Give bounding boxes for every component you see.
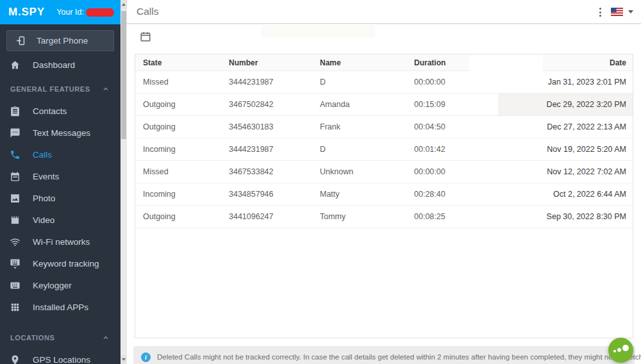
your-id-label: Your Id: — [56, 8, 84, 17]
sidebar-item-label: Events — [33, 172, 59, 181]
table-row: Missed3467533842Unknown00:00:00Nov 12, 2… — [135, 161, 633, 183]
home-icon — [10, 60, 21, 70]
keyboard-icon — [10, 280, 21, 291]
language-dropdown-caret[interactable] — [628, 10, 633, 13]
sidebar-item-events[interactable]: Events — [0, 165, 121, 187]
sidebar-item-label: Photo — [33, 194, 55, 203]
main-panel: Calls State Number Name Duration Da — [127, 0, 641, 364]
cell-state: Outgoing — [135, 206, 229, 228]
section-label: GENERAL FEATURES — [10, 85, 90, 93]
sidebar-item-label: Dashboard — [33, 60, 75, 70]
scroll-up-arrow[interactable] — [121, 0, 127, 9]
your-id: Your Id: — [56, 8, 114, 17]
cell-number: 3444231987 — [229, 138, 320, 160]
cell-number: 3441096247 — [229, 206, 320, 228]
cell-number: 3444231987 — [229, 71, 320, 93]
sidebar-item-calls[interactable]: Calls — [0, 144, 121, 165]
events-calendar-icon — [10, 171, 21, 182]
cell-state: Incoming — [135, 183, 229, 205]
cell-number: 3454630183 — [229, 116, 320, 138]
column-header-state: State — [135, 58, 229, 67]
column-header-date: Date — [498, 58, 633, 67]
sidebar-nav: DashboardGENERAL FEATURESContactsText Me… — [0, 54, 121, 364]
contacts-icon — [10, 106, 21, 117]
sidebar-item-video[interactable]: Video — [0, 209, 121, 231]
info-icon: i — [141, 352, 151, 362]
scrollbar-thumb[interactable] — [121, 11, 126, 139]
page-title: Calls — [137, 6, 158, 17]
sidebar-scrollbar[interactable] — [121, 0, 127, 364]
table-row: Outgoing3441096247Tommy00:08:25Sep 30, 2… — [135, 206, 633, 228]
cell-name: Tommy — [320, 206, 414, 228]
cell-duration: 00:04:50 — [414, 116, 498, 138]
calls-table: State Number Name Duration Date Missed34… — [135, 54, 633, 338]
cell-name: Frank — [320, 116, 414, 138]
chat-support-fab[interactable] — [608, 338, 633, 363]
sidebar-item-label: Calls — [33, 150, 52, 160]
section-header-locations[interactable]: LOCATIONS — [0, 327, 121, 349]
sidebar-item-installed-apps[interactable]: Installed APPs — [0, 296, 121, 318]
scroll-down-arrow[interactable] — [121, 355, 127, 364]
sidebar-item-wifi-networks[interactable]: Wi-Fi networks — [0, 231, 121, 252]
sidebar-item-label: Wi-Fi networks — [33, 237, 90, 247]
sidebar-item-label: Keyword tracking — [33, 259, 99, 269]
cell-date: Nov 12, 2022 7:02 AM — [498, 161, 633, 183]
message-icon — [10, 128, 21, 138]
cell-state: Outgoing — [135, 94, 229, 115]
cell-date: Nov 19, 2022 5:20 AM — [498, 138, 633, 160]
cell-number: 3434857946 — [229, 183, 320, 205]
table-row: Outgoing3454630183Frank00:04:50Dec 27, 2… — [135, 116, 633, 138]
cell-duration: 00:00:00 — [414, 161, 498, 183]
deleted-calls-notice: i Deleted Calls might not be tracked cor… — [133, 346, 635, 364]
sidebar-item-label: Keylogger — [33, 281, 72, 290]
cell-date: Sep 30, 2022 8:30 PM — [498, 206, 633, 228]
cell-name: Amanda — [320, 94, 414, 115]
sidebar: M.SPY Your Id: Target Phone DashboardGEN… — [0, 0, 121, 364]
sidebar-item-label: Installed APPs — [33, 302, 88, 312]
chevron-up-icon — [102, 334, 110, 342]
chevron-up-icon — [102, 85, 110, 93]
cell-date: Dec 27, 2022 2:13 AM — [498, 116, 633, 138]
date-filter-calendar-icon[interactable] — [140, 31, 151, 42]
cell-name: D — [320, 71, 414, 93]
table-row: Incoming3434857946Matty00:28:40Oct 2, 20… — [135, 183, 633, 206]
cell-name: D — [320, 138, 414, 160]
sidebar-item-photo[interactable]: Photo — [0, 187, 121, 209]
us-flag-icon[interactable] — [611, 8, 623, 16]
cell-number: 3467533842 — [229, 161, 320, 183]
table-row: Incoming3444231987D00:01:42Nov 19, 2022 … — [135, 138, 633, 161]
cell-duration: 00:01:42 — [414, 138, 498, 160]
keyboard-hide-icon — [10, 258, 21, 269]
cell-state: Incoming — [135, 138, 229, 160]
cell-date: Jan 31, 2023 2:01 PM — [498, 71, 633, 93]
cell-duration: 00:00:00 — [414, 71, 498, 93]
cell-date: Oct 2, 2022 6:44 AM — [498, 183, 633, 205]
section-header-general-features[interactable]: GENERAL FEATURES — [0, 78, 121, 100]
sidebar-item-label: Video — [33, 215, 54, 225]
kebab-menu-icon[interactable] — [595, 6, 604, 19]
sidebar-item-dashboard[interactable]: Dashboard — [0, 54, 121, 76]
sidebar-item-label: Contacts — [33, 106, 67, 116]
cell-state: Outgoing — [135, 116, 229, 138]
sidebar-item-contacts[interactable]: Contacts — [0, 100, 121, 122]
column-header-number: Number — [229, 58, 320, 67]
cell-name: Unknown — [320, 161, 414, 183]
table-header-row: State Number Name Duration Date — [135, 54, 633, 71]
cell-date: Dec 29, 2022 3:20 PM — [498, 94, 633, 115]
cell-duration: 00:08:25 — [414, 206, 498, 228]
sidebar-item-gps-locations[interactable]: GPS Locations — [0, 349, 121, 364]
target-phone-button[interactable]: Target Phone — [6, 30, 114, 51]
redaction-blob — [262, 26, 375, 38]
sidebar-item-text-messages[interactable]: Text Messages — [0, 122, 121, 144]
cell-state: Missed — [135, 161, 229, 183]
cell-duration: 00:15:09 — [414, 94, 498, 115]
table-row: Missed3444231987D00:00:00Jan 31, 2023 2:… — [135, 71, 633, 94]
target-phone-icon — [15, 35, 26, 46]
sidebar-item-keylogger[interactable]: Keylogger — [0, 274, 121, 296]
column-header-name: Name — [320, 58, 414, 67]
cell-duration: 00:28:40 — [414, 183, 498, 205]
sidebar-item-label: Text Messages — [33, 128, 90, 138]
sidebar-item-keyword-tracking[interactable]: Keyword tracking — [0, 252, 121, 274]
mspy-logo: M.SPY — [8, 6, 45, 19]
notice-text: Deleted Calls might not be tracked corre… — [157, 353, 641, 361]
